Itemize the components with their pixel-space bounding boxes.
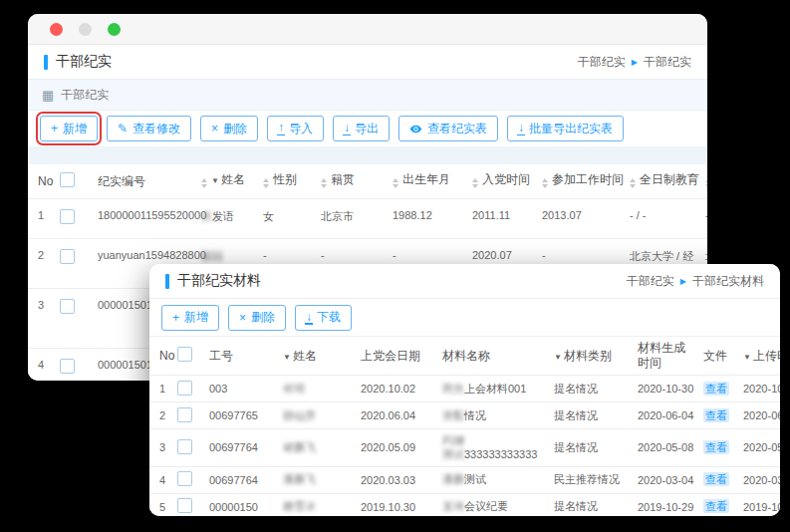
cell-generated: 2020-03-04 <box>638 474 693 486</box>
view-record-table-button[interactable]: 查看纪实表 <box>398 116 498 141</box>
cell-name-redacted: 褚鹏飞 <box>283 441 316 453</box>
cell-material-redacted: 泄配 <box>442 409 464 421</box>
cell-name-redacted: 洪 <box>201 210 212 222</box>
sort-icon[interactable] <box>321 175 327 191</box>
cell-record-id: 180000011595520000 <box>98 209 206 221</box>
cell-onjob-edu: - / - <box>705 209 707 221</box>
view-record-table-label: 查看纪实表 <box>427 121 487 137</box>
view-file-link[interactable]: 查看 <box>703 472 729 486</box>
row-checkbox[interactable] <box>60 299 75 314</box>
cell-no: 3 <box>159 441 165 453</box>
select-all-checkbox[interactable] <box>60 172 75 187</box>
row-checkbox[interactable] <box>60 249 75 264</box>
download-button[interactable]: ↓ 下载 <box>295 305 352 331</box>
delete-icon: × <box>239 312 246 324</box>
row-checkbox[interactable] <box>177 471 192 486</box>
breadcrumb-separator-icon: ▶ <box>680 277 686 286</box>
cell-party-date: 2020.07 <box>472 249 512 261</box>
filter-icon[interactable]: ▼ <box>743 353 751 362</box>
delete-button[interactable]: × 删除 <box>228 305 286 331</box>
breadcrumb-parent[interactable]: 干部纪实 <box>578 54 626 71</box>
cell-record-id: yuanyuan1594828800 <box>98 249 206 261</box>
col-material-category: 材料类别 <box>564 349 612 363</box>
col-no: No <box>38 174 53 188</box>
export-button[interactable]: ↓ 导出 <box>333 116 390 141</box>
col-origin: 籍贯 <box>331 172 355 186</box>
row-checkbox[interactable] <box>177 381 192 396</box>
cell-meeting-date: 2020.05.09 <box>361 441 415 453</box>
cell-generated: 2020-05-08 <box>638 441 693 453</box>
view-file-link[interactable]: 查看 <box>703 499 729 513</box>
cell-party-date: 2011.11 <box>472 209 510 221</box>
sort-icon[interactable] <box>263 175 269 191</box>
delete-icon: × <box>211 123 218 134</box>
table-header-row: No 纪实编号 ▼姓名 性别 籍贯 出生年月 入党时间 参加工作时间 全日制教育… <box>28 164 707 199</box>
page-header: 干部纪实材料 干部纪实 ▶ 干部纪实材料 <box>149 264 780 299</box>
sort-icon[interactable] <box>393 175 398 191</box>
sort-icon[interactable] <box>542 175 548 191</box>
view-file-link[interactable]: 查看 <box>703 440 729 454</box>
cell-work-date: 2013.07 <box>542 209 582 221</box>
cell-gender: - <box>263 249 267 261</box>
cell-generated: 2019-10-29 <box>638 501 693 513</box>
row-checkbox[interactable] <box>177 439 192 454</box>
filter-icon[interactable]: ▼ <box>211 176 219 185</box>
sort-icon[interactable] <box>705 175 707 191</box>
download-button-label: 下载 <box>317 309 341 326</box>
add-button[interactable]: + 新增 <box>161 305 219 331</box>
view-file-link[interactable]: 查看 <box>703 408 729 422</box>
row-checkbox[interactable] <box>177 498 192 513</box>
col-birth: 出生年月 <box>402 172 450 186</box>
row-checkbox[interactable] <box>177 407 192 422</box>
cell-employee-id: 00697764 <box>209 474 258 486</box>
sort-icon[interactable] <box>201 175 207 191</box>
window-cadre-materials: 干部纪实材料 干部纪实 ▶ 干部纪实材料 + 新增 × 删除 ↓ 下载 No <box>149 264 780 516</box>
filter-icon[interactable]: ▼ <box>283 353 291 362</box>
view-edit-button-label: 查看修改 <box>132 121 180 137</box>
col-party-date: 入党时间 <box>482 172 530 186</box>
export-button-label: 导出 <box>355 121 379 137</box>
breadcrumb: 干部纪实 ▶ 干部纪实材料 <box>627 273 764 290</box>
card-header-label: 干部纪实 <box>61 87 109 104</box>
cell-material: 测试 <box>464 473 486 485</box>
col-work-date: 参加工作时间 <box>552 172 624 186</box>
cell-meeting-date: 2020.10.02 <box>361 383 415 395</box>
col-generated-time: 材料生成时间 <box>638 341 685 370</box>
col-gender: 性别 <box>273 172 297 186</box>
cell-meeting-date: 2020.06.04 <box>361 409 415 421</box>
delete-button[interactable]: × 删除 <box>200 116 258 141</box>
batch-export-button[interactable]: ↓ 批量导出纪实表 <box>507 116 624 141</box>
row-checkbox[interactable] <box>60 209 75 224</box>
plus-icon: + <box>51 123 58 134</box>
select-all-checkbox[interactable] <box>177 347 192 362</box>
cell-fulltime-edu: - / - <box>630 209 647 221</box>
close-window-button[interactable] <box>50 23 63 36</box>
import-button[interactable]: ↑ 导入 <box>267 116 324 141</box>
breadcrumb-parent[interactable]: 干部纪实 <box>627 273 674 290</box>
cell-no: 4 <box>159 474 165 486</box>
cell-no: 4 <box>38 359 44 371</box>
breadcrumb-separator-icon: ▶ <box>632 58 638 67</box>
import-button-label: 导入 <box>289 121 313 137</box>
cell-no: 1 <box>159 383 165 395</box>
view-file-link[interactable]: 查看 <box>703 382 729 396</box>
sort-icon[interactable] <box>472 175 478 191</box>
add-button[interactable]: + 新增 <box>40 116 98 141</box>
cell-meeting-date: 2020.03.03 <box>361 474 415 486</box>
page-header: 干部纪实 干部纪实 ▶ 干部纪实 <box>28 45 707 80</box>
minimize-window-button[interactable] <box>79 23 92 36</box>
cell-name-redacted: 何明 <box>283 383 305 395</box>
cell-origin: 北京市 <box>321 210 354 222</box>
cell-no: 2 <box>159 409 165 421</box>
maximize-window-button[interactable] <box>108 23 121 36</box>
view-edit-button[interactable]: ✎ 查看修改 <box>107 116 191 141</box>
row-checkbox[interactable] <box>60 359 75 374</box>
cell-no: 5 <box>159 501 165 513</box>
filter-icon[interactable]: ▼ <box>554 353 562 362</box>
sort-icon[interactable] <box>630 175 636 191</box>
cell-upload-time: 2019-10-29 11:40:17 <box>743 501 780 513</box>
cell-employee-id: 00697764 <box>209 441 258 453</box>
batch-export-icon: ↓ <box>518 122 524 135</box>
delete-button-label: 删除 <box>223 121 247 137</box>
table-grid-icon: ▦ <box>42 88 54 103</box>
